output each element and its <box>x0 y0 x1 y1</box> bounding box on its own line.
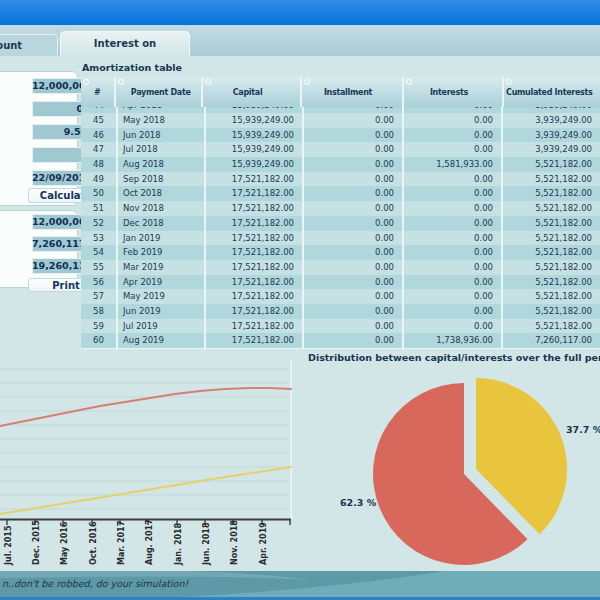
table-cell: 5,521,182.00 <box>503 231 600 246</box>
table-cell: Jul 2018 <box>118 142 204 157</box>
table-cell: 17,521,182.00 <box>206 304 302 319</box>
table-cell: 17,521,182.00 <box>206 333 302 348</box>
table-row[interactable]: 44Apr 201815,939,249.000.000.003,939,249… <box>81 107 600 113</box>
table-row[interactable]: 47Jul 201815,939,249.000.000.003,939,249… <box>81 142 600 157</box>
column-header-number[interactable]: # <box>81 77 114 107</box>
table-cell: 53 <box>81 231 116 246</box>
table-row[interactable]: 52Dec 201817,521,182.000.000.005,521,182… <box>81 216 600 231</box>
x-axis-tick-label: Dec. 2015 <box>32 520 41 565</box>
table-cell: 0.00 <box>404 107 501 113</box>
table-cell: 0.00 <box>304 142 402 157</box>
table-cell: 45 <box>81 113 116 128</box>
table-cell: 0.00 <box>404 216 501 231</box>
table-row[interactable]: 49Sep 201817,521,182.000.000.005,521,182… <box>81 172 600 187</box>
table-cell: 15,939,249.00 <box>206 107 302 113</box>
pie-label-interests: 37.7 % <box>566 424 600 435</box>
sort-circle-icon <box>304 79 310 85</box>
column-header-installment[interactable]: Installment <box>302 77 401 107</box>
table-cell: 0.00 <box>404 289 501 304</box>
table-cell: 0.00 <box>304 172 402 187</box>
table-cell: Feb 2019 <box>118 245 204 260</box>
distribution-pie-chart <box>300 360 600 570</box>
table-cell: 5,521,182.00 <box>503 289 600 304</box>
amortization-table: # Payment Date Capital Installment Inter… <box>81 77 600 349</box>
x-axis-tick-label: Jan. 2018 <box>174 522 183 566</box>
table-cell: 0.00 <box>304 128 402 143</box>
pie-label-capital: 62.3 % <box>340 497 376 508</box>
table-cell: 15,939,249.00 <box>206 113 302 128</box>
table-cell: Nov 2018 <box>118 201 204 216</box>
tab-loan-amount[interactable]: mount <box>0 34 58 56</box>
table-cell: Aug 2019 <box>118 333 204 348</box>
tab-strip: mount Interest on Investment <box>0 25 600 56</box>
table-cell: 0.00 <box>304 319 402 334</box>
table-cell: 0.00 <box>404 172 501 187</box>
table-cell: 51 <box>81 201 116 216</box>
table-row[interactable]: 45May 201815,939,249.000.000.003,939,249… <box>81 113 600 128</box>
table-cell: 0.00 <box>304 275 402 290</box>
table-cell: 7,260,117.00 <box>503 333 600 348</box>
table-row[interactable]: 51Nov 201817,521,182.000.000.005,521,182… <box>81 201 600 216</box>
table-cell: 0.00 <box>404 142 501 157</box>
table-cell: 5,521,182.00 <box>503 304 600 319</box>
table-cell: 5,521,182.00 <box>503 186 600 201</box>
status-bar: n..don't be robbed, do your simulation! <box>0 571 600 597</box>
table-cell: May 2018 <box>118 113 204 128</box>
table-cell: 15,939,249.00 <box>206 157 302 172</box>
table-cell: 0.00 <box>304 157 402 172</box>
table-body: 45May 201815,939,249.000.000.003,939,249… <box>81 113 600 348</box>
x-axis-tick-label: Oct. 2016 <box>89 521 98 565</box>
table-row[interactable]: 46Jun 201815,939,249.000.000.003,939,249… <box>81 128 600 143</box>
column-header-capital[interactable]: Capital <box>203 77 301 107</box>
table-cell: 17,521,182.00 <box>206 186 302 201</box>
column-header-cumulated-interests[interactable]: Cumulated Interests <box>504 77 600 107</box>
table-cell: 50 <box>81 186 116 201</box>
table-cell: 0.00 <box>404 113 501 128</box>
table-cell: 0.00 <box>404 275 501 290</box>
table-row[interactable]: 59Jul 201917,521,182.000.000.005,521,182… <box>81 319 600 334</box>
table-cell: 0.00 <box>304 304 402 319</box>
table-cell: 0.00 <box>304 107 402 113</box>
table-row[interactable]: 53Jan 201917,521,182.000.000.005,521,182… <box>81 231 600 246</box>
status-text: n..don't be robbed, do your simulation! <box>2 578 188 589</box>
column-header-interests[interactable]: Interests <box>404 77 502 107</box>
table-cell: 0.00 <box>404 231 501 246</box>
table-cell: 47 <box>81 142 116 157</box>
table-cell: 0.00 <box>404 304 501 319</box>
title-bar <box>0 0 600 25</box>
table-cell: May 2019 <box>118 289 204 304</box>
table-cell: Jun 2018 <box>118 128 204 143</box>
table-cell: 0.00 <box>404 186 501 201</box>
x-axis-tick-label: Jul. 2015 <box>4 525 13 566</box>
table-row[interactable]: 48Aug 201815,939,249.000.001,581,933.005… <box>81 157 600 172</box>
table-cell: 3,939,249.00 <box>503 113 600 128</box>
cumulated-interests-line-series <box>0 467 291 514</box>
table-cell: 0.00 <box>304 260 402 275</box>
table-cell: 0.00 <box>304 216 402 231</box>
table-cell: 60 <box>81 333 116 348</box>
table-cell: 17,521,182.00 <box>206 201 302 216</box>
table-row[interactable]: 55Mar 201917,521,182.000.000.005,521,182… <box>81 260 600 275</box>
table-cell: 5,521,182.00 <box>503 157 600 172</box>
table-row[interactable]: 54Feb 201917,521,182.000.000.005,521,182… <box>81 245 600 260</box>
table-cell: 49 <box>81 172 116 187</box>
table-cell: 1,581,933.00 <box>404 157 501 172</box>
column-header-payment-date[interactable]: Payment Date <box>116 77 201 107</box>
table-cell: 1,738,936.00 <box>404 333 501 348</box>
table-cell: 0.00 <box>304 113 402 128</box>
table-cell: Oct 2018 <box>118 186 204 201</box>
table-cell: 5,521,182.00 <box>503 216 600 231</box>
x-axis-tick-label: Mar. 2017 <box>117 521 126 565</box>
table-row[interactable]: 58Jun 201917,521,182.000.000.005,521,182… <box>81 304 600 319</box>
table-row[interactable]: 56Apr 201917,521,182.000.000.005,521,182… <box>81 275 600 290</box>
capital-interests-line-chart: Jul. 2015Dec. 2015May 2016Oct. 2016Mar. … <box>0 360 292 570</box>
tab-interest-on-investment[interactable]: Interest on Investment <box>60 31 190 56</box>
table-cell: 0.00 <box>304 245 402 260</box>
amortization-table-title: Amortization table <box>82 62 182 73</box>
table-row[interactable]: 50Oct 201817,521,182.000.000.005,521,182… <box>81 186 600 201</box>
table-row[interactable]: 60Aug 201917,521,182.000.001,738,936.007… <box>81 333 600 348</box>
table-cell: 0.00 <box>404 201 501 216</box>
table-row[interactable]: 57May 201917,521,182.000.000.005,521,182… <box>81 289 600 304</box>
table-cell: Jun 2019 <box>118 304 204 319</box>
table-cell: 17,521,182.00 <box>206 319 302 334</box>
